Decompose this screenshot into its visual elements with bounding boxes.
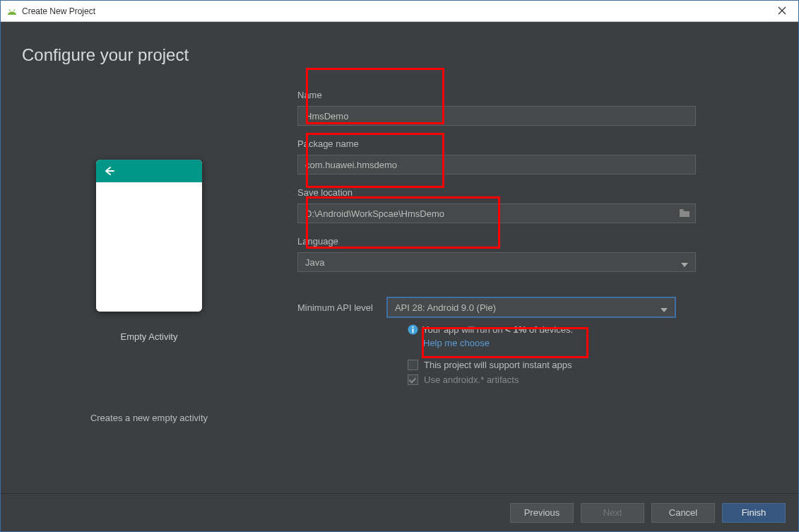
package-value: com.huawei.hmsdemo	[305, 160, 397, 170]
preview-body	[96, 182, 202, 312]
page-title: Configure your project	[1, 22, 798, 65]
finish-button[interactable]: Finish	[722, 503, 786, 523]
package-input[interactable]: com.huawei.hmsdemo	[297, 155, 696, 175]
androidx-label: Use androidx.* artifacts	[424, 374, 519, 385]
instant-apps-checkbox[interactable]	[408, 360, 418, 370]
language-select[interactable]: Java	[297, 252, 696, 272]
instant-apps-label: This project will support instant apps	[424, 360, 572, 370]
android-icon	[6, 8, 18, 15]
svg-rect-5	[413, 329, 414, 333]
chevron-down-icon	[681, 259, 688, 269]
chevron-down-icon	[661, 304, 668, 314]
svg-line-1	[14, 9, 16, 11]
androidx-checkbox	[408, 374, 418, 385]
preview-description: Creates a new empty activity	[90, 413, 208, 423]
back-arrow-icon	[103, 166, 114, 176]
preview-topbar	[96, 160, 202, 182]
api-value: API 28: Android 9.0 (Pie)	[395, 302, 496, 313]
language-label: Language	[297, 236, 777, 247]
package-label: Package name	[297, 138, 777, 149]
api-select[interactable]: API 28: Android 9.0 (Pie)	[387, 297, 675, 317]
language-value: Java	[305, 257, 324, 268]
previous-button[interactable]: Previous	[510, 503, 574, 523]
location-label: Save location	[297, 187, 777, 198]
location-value: D:\Android\WorkSpcae\HmsDemo	[305, 208, 444, 219]
location-input[interactable]: D:\Android\WorkSpcae\HmsDemo	[297, 203, 696, 223]
dialog-window: Create New Project Configure your projec…	[0, 0, 799, 532]
activity-preview	[96, 160, 202, 312]
next-button: Next	[581, 503, 644, 523]
preview-caption: Empty Activity	[121, 331, 178, 342]
titlebar: Create New Project	[1, 1, 798, 22]
device-compat-text: Your app will run on < 1% of devices.	[408, 324, 777, 335]
name-input[interactable]: HmsDemo	[297, 106, 696, 126]
browse-folder-icon[interactable]	[679, 208, 690, 220]
info-icon	[408, 324, 418, 335]
close-icon[interactable]	[771, 6, 793, 17]
svg-rect-6	[413, 326, 414, 328]
api-label: Minimum API level	[297, 302, 373, 313]
dialog-footer: Previous Next Cancel Finish	[1, 493, 798, 531]
dialog-content: Configure your project Empty Activity Cr…	[1, 22, 798, 493]
window-title: Create New Project	[22, 6, 95, 16]
svg-line-0	[9, 9, 11, 11]
cancel-button[interactable]: Cancel	[651, 503, 715, 523]
name-label: Name	[297, 90, 777, 100]
name-value: HmsDemo	[305, 111, 348, 122]
help-me-choose-link[interactable]: Help me choose	[423, 338, 490, 348]
